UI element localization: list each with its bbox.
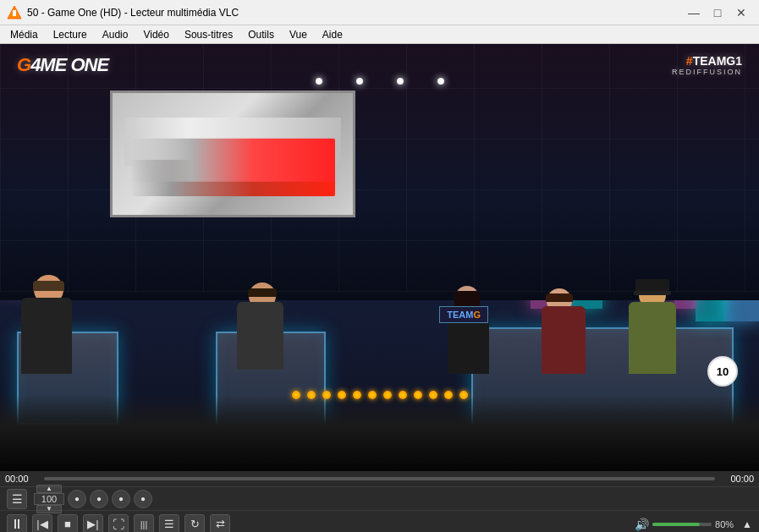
- volume-expand-icon[interactable]: ▲: [742, 518, 752, 530]
- svg-rect-1: [13, 12, 16, 16]
- spinner-down-button[interactable]: ▼: [36, 505, 62, 513]
- controls-row-2: ⏸ |◀ ■ ▶| ⛶ ||| ☰ ↻ ⇄ 🔊 80% ▲: [0, 510, 759, 532]
- menu-media[interactable]: Média: [3, 27, 45, 42]
- svg-rect-2: [13, 10, 16, 12]
- person-1: [25, 275, 72, 374]
- video-area: G4ME ONE #TEAMG1 REDIFFUSION 10 TEAMG: [0, 44, 759, 471]
- bottom-lights: [169, 391, 590, 399]
- menu-subtitles[interactable]: Sous-titres: [178, 27, 239, 42]
- volume-icon-button[interactable]: 🔊: [635, 518, 649, 531]
- team-sign: TEAMG: [439, 306, 488, 323]
- loop-btn-2[interactable]: ●: [90, 490, 108, 508]
- volume-spinner: ▲ 100 ▼: [34, 485, 64, 513]
- time-right: 00:00: [720, 474, 754, 484]
- menu-view[interactable]: Vue: [283, 27, 314, 42]
- stop-button[interactable]: ■: [58, 514, 78, 533]
- title-text: 50 - Game One (HD) - Lecteur multimédia …: [27, 7, 239, 19]
- logo-g: G: [17, 54, 30, 75]
- menu-help[interactable]: Aide: [316, 27, 349, 42]
- volume-bar-fill: [652, 523, 700, 526]
- vlc-icon: [7, 5, 22, 20]
- volume-percent-label: 80%: [715, 519, 739, 529]
- maximize-button[interactable]: □: [707, 4, 729, 21]
- team-g1-logo: #TEAMG1 REDIFFUSION: [672, 54, 742, 76]
- menu-audio[interactable]: Audio: [96, 27, 135, 42]
- menu-bar: Média Lecture Audio Vidéo Sous-titres Ou…: [0, 25, 759, 44]
- playlist-toggle-button[interactable]: ☰: [7, 489, 27, 509]
- ceiling-lights: [0, 78, 759, 85]
- tv-screen: [110, 90, 355, 217]
- stage-floor: [0, 395, 759, 471]
- playlist-button[interactable]: ☰: [159, 514, 179, 533]
- loop-btn-3[interactable]: ●: [112, 490, 130, 508]
- close-button[interactable]: ✕: [730, 4, 752, 21]
- progress-area: 00:00 00:00: [0, 471, 759, 486]
- menu-tools[interactable]: Outils: [241, 27, 281, 42]
- person-2: [237, 282, 283, 370]
- channel-badge: 10: [707, 356, 738, 387]
- video-scene: G4ME ONE #TEAMG1 REDIFFUSION 10 TEAMG: [0, 44, 759, 471]
- volume-area: 🔊 80% ▲: [635, 518, 752, 531]
- step-fwd-button[interactable]: ▶|: [83, 514, 103, 533]
- extended-settings-button[interactable]: |||: [134, 514, 154, 533]
- random-button[interactable]: ⇄: [210, 514, 230, 533]
- menu-lecture[interactable]: Lecture: [47, 27, 94, 42]
- volume-bar[interactable]: [652, 523, 712, 526]
- step-back-button[interactable]: |◀: [32, 514, 52, 533]
- person-5: [635, 282, 676, 374]
- menu-video[interactable]: Vidéo: [136, 27, 175, 42]
- rediffusion-label: REDIFFUSION: [672, 68, 742, 76]
- loop-btn-4[interactable]: ●: [134, 490, 152, 508]
- game-one-logo: G4ME ONE: [17, 54, 108, 76]
- title-bar: 50 - Game One (HD) - Lecteur multimédia …: [0, 0, 759, 25]
- hash-symbol: #: [686, 54, 693, 68]
- progress-bar[interactable]: [44, 477, 715, 480]
- title-left: 50 - Game One (HD) - Lecteur multimédia …: [7, 5, 239, 20]
- spinner-up-button[interactable]: ▲: [36, 485, 62, 493]
- time-left: 00:00: [5, 474, 39, 484]
- spinner-value[interactable]: 100: [34, 493, 64, 505]
- loop-btn-1[interactable]: ●: [68, 490, 86, 508]
- minimize-button[interactable]: —: [683, 4, 705, 21]
- person-4: [542, 288, 586, 374]
- window-controls[interactable]: — □ ✕: [683, 4, 752, 21]
- loop-button[interactable]: ↻: [184, 514, 205, 533]
- controls-row-1: ☰ ▲ 100 ▼ ● ● ● ●: [0, 486, 759, 510]
- play-pause-button[interactable]: ⏸: [7, 514, 27, 533]
- person-3: [448, 286, 489, 374]
- fullscreen-button[interactable]: ⛶: [108, 514, 129, 533]
